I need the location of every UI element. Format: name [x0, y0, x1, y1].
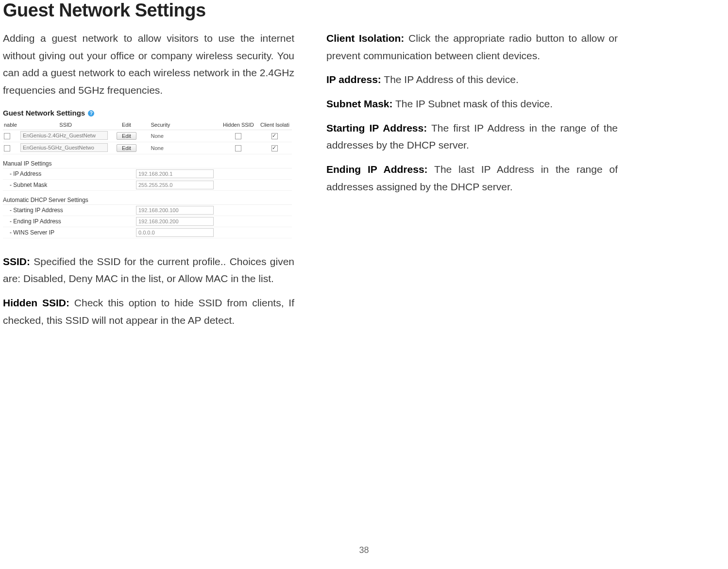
security-value: None	[141, 142, 219, 154]
panel-title-text: Guest Network Settings	[3, 109, 85, 117]
wins-ip-row: - WINS Server IP 0.0.0.0	[3, 227, 292, 238]
intro-paragraph: Adding a guest network to allow visitors…	[3, 30, 294, 99]
ip-address-paragraph: IP address: The IP Address of this devic…	[326, 71, 618, 88]
ip-address-input[interactable]: 192.168.200.1	[136, 169, 214, 178]
page-title: Guest Network Settings	[0, 0, 728, 21]
enable-checkbox[interactable]	[4, 133, 10, 139]
guest-network-panel: Guest Network Settings ? nable SSID Edit…	[3, 106, 292, 238]
subnet-label: - Subnet Mask	[3, 182, 136, 188]
hidden-ssid-label: Hidden SSID:	[3, 297, 69, 308]
ssid-input[interactable]: EnGenius-2.4GHz_GuestNetw	[20, 131, 108, 140]
subnet-mask-paragraph: Subnet Mask: The IP Subnet mask of this …	[326, 95, 618, 113]
subnet-mask-label-text: Subnet Mask:	[326, 98, 393, 109]
subnet-input[interactable]: 255.255.255.0	[136, 181, 214, 189]
starting-ip-row: - Starting IP Address 192.168.200.100	[3, 205, 292, 216]
starting-ip-input[interactable]: 192.168.200.100	[136, 206, 214, 215]
info-icon[interactable]: ?	[88, 110, 94, 117]
th-security: Security	[141, 120, 219, 130]
dhcp-section: Automatic DHCP Server Settings	[3, 194, 292, 205]
starting-ip-label-text: Starting IP Address:	[326, 122, 427, 134]
table-row: EnGenius-2.4GHz_GuestNetw Edit None	[3, 130, 292, 142]
ip-address-label-text: IP address:	[326, 74, 381, 85]
ending-ip-label: - Ending IP Address	[3, 218, 136, 225]
ending-ip-input[interactable]: 192.168.200.200	[136, 217, 214, 226]
starting-ip-label: - Starting IP Address	[3, 207, 136, 214]
ending-ip-paragraph: Ending IP Address: The last IP Address i…	[326, 161, 618, 195]
table-row: EnGenius-5GHz_GuestNetwo Edit None	[3, 142, 292, 154]
ip-address-label: - IP Address	[3, 170, 136, 177]
enable-checkbox[interactable]	[4, 145, 10, 151]
page-number: 38	[0, 545, 728, 555]
isolation-checkbox[interactable]	[271, 133, 278, 139]
th-hidden: Hidden SSID	[219, 120, 258, 130]
ip-address-text: The IP Address of this device.	[381, 74, 519, 85]
hidden-checkbox[interactable]	[235, 133, 241, 139]
ssid-paragraph: SSID: Specified the SSID for the current…	[3, 253, 294, 287]
starting-ip-paragraph: Starting IP Address: The first IP Addres…	[326, 119, 618, 154]
subnet-row: - Subnet Mask 255.255.255.0	[3, 180, 292, 191]
client-isolation-paragraph: Client Isolation: Click the appropriate …	[326, 30, 618, 64]
edit-button[interactable]: Edit	[117, 132, 136, 140]
guest-network-table: nable SSID Edit Security Hidden SSID Cli…	[3, 120, 292, 154]
hidden-ssid-paragraph: Hidden SSID: Check this option to hide S…	[3, 294, 294, 329]
wins-ip-label: - WINS Server IP	[3, 229, 136, 236]
ssid-text: Specified the SSID for the current profi…	[3, 256, 294, 284]
right-column: Client Isolation: Click the appropriate …	[312, 30, 618, 336]
subnet-mask-text: The IP Subnet mask of this device.	[393, 98, 553, 109]
th-ssid: SSID	[19, 120, 112, 130]
ssid-input[interactable]: EnGenius-5GHz_GuestNetwo	[20, 143, 108, 152]
hidden-checkbox[interactable]	[235, 145, 241, 151]
th-isolation: Client Isolati	[258, 120, 292, 130]
ending-ip-label-text: Ending IP Address:	[326, 164, 428, 175]
panel-title: Guest Network Settings ?	[3, 106, 292, 120]
th-enable: nable	[3, 120, 19, 130]
client-isolation-label: Client Isolation:	[326, 33, 404, 44]
edit-button[interactable]: Edit	[117, 144, 136, 152]
left-column: Adding a guest network to allow visitors…	[0, 30, 294, 336]
ssid-label: SSID:	[3, 256, 30, 267]
th-edit: Edit	[112, 120, 141, 130]
wins-ip-input[interactable]: 0.0.0.0	[136, 228, 214, 237]
security-value: None	[141, 130, 219, 142]
manual-ip-section: Manual IP Settings	[3, 157, 292, 168]
ending-ip-row: - Ending IP Address 192.168.200.200	[3, 216, 292, 227]
isolation-checkbox[interactable]	[271, 145, 278, 151]
ip-address-row: - IP Address 192.168.200.1	[3, 168, 292, 180]
